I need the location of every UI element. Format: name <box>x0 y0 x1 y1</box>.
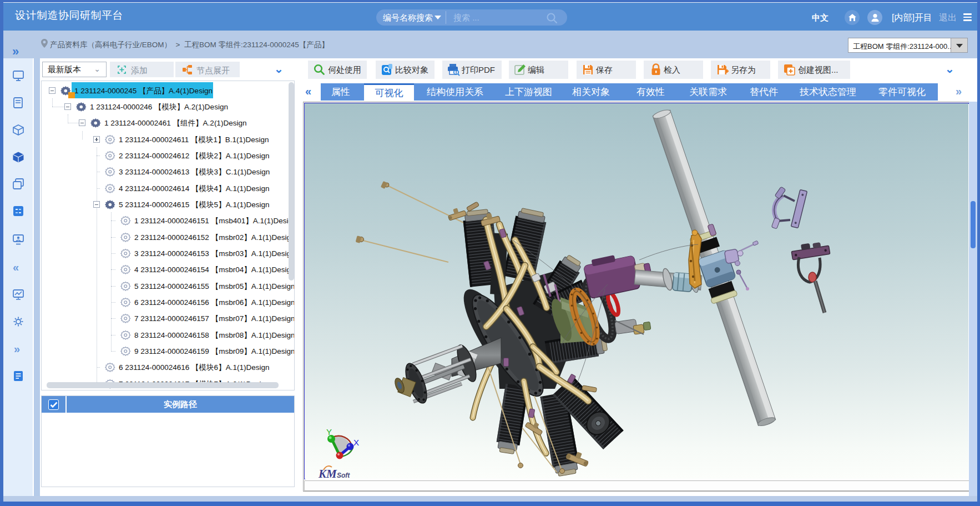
svg-text:Soft: Soft <box>337 472 350 479</box>
svg-text:Y: Y <box>326 427 332 437</box>
svg-text:X: X <box>353 438 359 447</box>
svg-text:KM: KM <box>318 467 337 479</box>
